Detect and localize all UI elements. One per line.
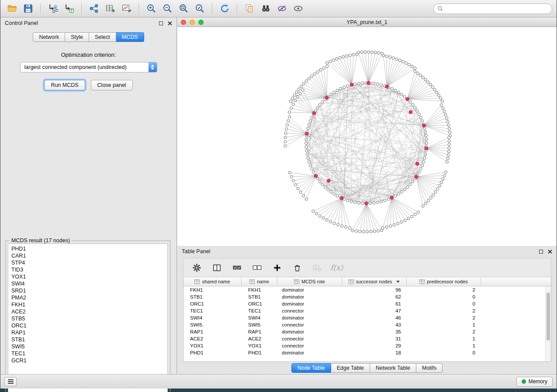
- network-graph[interactable]: [177, 27, 557, 246]
- control-panel: Control Panel NetworkStyleSelectMCDS Opt…: [0, 17, 177, 374]
- table-settings-button[interactable]: [190, 261, 204, 275]
- table-row[interactable]: STB1STB1dominator620: [183, 293, 551, 300]
- show-all-button[interactable]: [291, 2, 305, 16]
- select-all-icon: [232, 263, 242, 273]
- mcds-result-title: MCDS result (17 nodes): [10, 237, 72, 244]
- zoom-out-button[interactable]: [160, 2, 174, 16]
- mcds-result-item[interactable]: TEC1: [8, 350, 167, 357]
- toolbar-separator: [40, 3, 41, 14]
- table-cell: dominator: [277, 293, 342, 300]
- table-cell: YOX1: [183, 342, 242, 349]
- deselect-all-button[interactable]: [250, 261, 264, 275]
- run-mcds-button[interactable]: Run MCDS: [44, 80, 85, 90]
- mcds-result-item[interactable]: ACE2: [8, 308, 167, 315]
- mcds-result-item[interactable]: STP4: [8, 259, 167, 266]
- delete-row-button[interactable]: [290, 261, 304, 275]
- table-cell: dominator: [277, 300, 342, 307]
- mcds-result-item[interactable]: TID3: [8, 266, 167, 273]
- tab-mcds[interactable]: MCDS: [116, 32, 144, 42]
- clone-network-button[interactable]: [242, 2, 256, 16]
- zoom-in-button[interactable]: [144, 2, 158, 16]
- table-cell: 2: [407, 314, 481, 321]
- optimization-criterion-select[interactable]: largest connected component (undirected): [20, 62, 157, 72]
- export-image-button[interactable]: [119, 2, 133, 16]
- open-session-button[interactable]: [5, 2, 19, 16]
- table-cell: 29: [342, 342, 407, 349]
- tab-node-table[interactable]: Node Table: [291, 363, 331, 373]
- delete-column-button: [310, 261, 324, 275]
- status-menu-button[interactable]: [4, 377, 17, 386]
- add-row-button[interactable]: [270, 261, 284, 275]
- save-session-button[interactable]: [21, 2, 35, 16]
- columns-icon: [212, 263, 222, 273]
- mcds-result-item[interactable]: YOX1: [8, 273, 167, 280]
- close-table-panel-icon[interactable]: [547, 249, 552, 254]
- import-network-button[interactable]: [46, 2, 60, 16]
- float-table-panel-icon[interactable]: [539, 250, 543, 254]
- table-row[interactable]: RAP1RAP1dominator352: [183, 328, 551, 335]
- network-window-titlebar[interactable]: YPA_prune.txt_1: [177, 17, 557, 27]
- column-header-predecessor-nodes[interactable]: predecessor nodes: [407, 277, 481, 286]
- show-columns-button[interactable]: [210, 261, 224, 275]
- table-row[interactable]: ACE2ACE2connector311: [183, 335, 551, 342]
- mcds-result-item[interactable]: PHD1: [8, 245, 167, 252]
- mcds-result-item[interactable]: STB5: [8, 315, 167, 322]
- table-cell: RAP1: [242, 328, 277, 335]
- tab-edge-table[interactable]: Edge Table: [331, 363, 370, 373]
- column-label: successor nodes: [356, 279, 392, 284]
- table-mini-icon: [419, 279, 425, 284]
- table-row[interactable]: ORC1ORC1dominator610: [183, 300, 551, 307]
- mcds-result-item[interactable]: RAP1: [8, 329, 167, 336]
- mcds-result-item[interactable]: ORC1: [8, 322, 167, 329]
- tab-style[interactable]: Style: [65, 32, 89, 42]
- image-export-icon: [121, 3, 132, 14]
- mcds-result-item[interactable]: SWI5: [8, 343, 167, 350]
- import-table-button[interactable]: [62, 2, 76, 16]
- tab-network-table[interactable]: Network Table: [370, 363, 416, 373]
- mcds-result-item[interactable]: SRD1: [8, 287, 167, 294]
- mcds-result-item[interactable]: GCR1: [8, 357, 167, 364]
- table-scrollbar[interactable]: [545, 286, 551, 361]
- find-button[interactable]: [259, 2, 273, 16]
- zoom-fit-button[interactable]: [176, 2, 190, 16]
- sort-arrow-icon[interactable]: [396, 281, 400, 283]
- table-cell: STB1: [242, 293, 277, 300]
- new-table-button[interactable]: [103, 2, 117, 16]
- column-header-name[interactable]: name: [242, 277, 277, 286]
- tab-select[interactable]: Select: [89, 32, 116, 42]
- table-row[interactable]: PHD1PHD1dominator180: [183, 349, 551, 356]
- close-panel-button[interactable]: Close panel: [91, 80, 133, 90]
- refresh-button[interactable]: [218, 2, 232, 16]
- column-header-mcds-role[interactable]: MCDS role: [277, 277, 342, 286]
- table-cell: ORC1: [183, 300, 242, 307]
- float-panel-icon[interactable]: [159, 21, 163, 25]
- hide-unselected-button[interactable]: [275, 2, 289, 16]
- new-network-button[interactable]: [87, 2, 101, 16]
- scrollbar-thumb[interactable]: [547, 292, 550, 340]
- column-header-shared-name[interactable]: shared name: [183, 277, 242, 286]
- mcds-result-item[interactable]: SWI4: [8, 280, 167, 287]
- table-row[interactable]: SWI5SWI5connector431: [183, 321, 551, 328]
- mcds-result-item[interactable]: FKH1: [8, 301, 167, 308]
- hamburger-icon: [8, 379, 14, 380]
- mcds-result-item[interactable]: CAR1: [8, 252, 167, 259]
- network-canvas[interactable]: [177, 27, 557, 246]
- table-row[interactable]: SWI4SWI4dominator462: [183, 314, 551, 321]
- floppy-icon: [23, 3, 34, 14]
- mcds-result-item[interactable]: PMA2: [8, 294, 167, 301]
- table-row[interactable]: YOX1YOX1connector291: [183, 342, 551, 349]
- table-mini-icon: [194, 279, 200, 284]
- zoom-selected-button[interactable]: [193, 2, 207, 16]
- table-row[interactable]: FKH1FKH1dominator962: [183, 286, 551, 293]
- search-input[interactable]: [433, 3, 552, 14]
- close-panel-icon[interactable]: [167, 21, 172, 26]
- table-cell: SWI5: [183, 321, 242, 328]
- mcds-result-list[interactable]: PHD1CAR1STP4TID3YOX1SWI4SRD1PMA2FKH1ACE2…: [8, 244, 168, 392]
- mcds-result-item[interactable]: STB1: [8, 336, 167, 343]
- table-row[interactable]: TEC1TEC1connector472: [183, 307, 551, 314]
- tab-motifs[interactable]: Motifs: [416, 363, 443, 373]
- column-header-successor-nodes[interactable]: successor nodes: [342, 277, 407, 286]
- select-all-button[interactable]: [230, 261, 244, 275]
- tab-network[interactable]: Network: [33, 32, 65, 42]
- memory-button[interactable]: Memory: [516, 377, 553, 387]
